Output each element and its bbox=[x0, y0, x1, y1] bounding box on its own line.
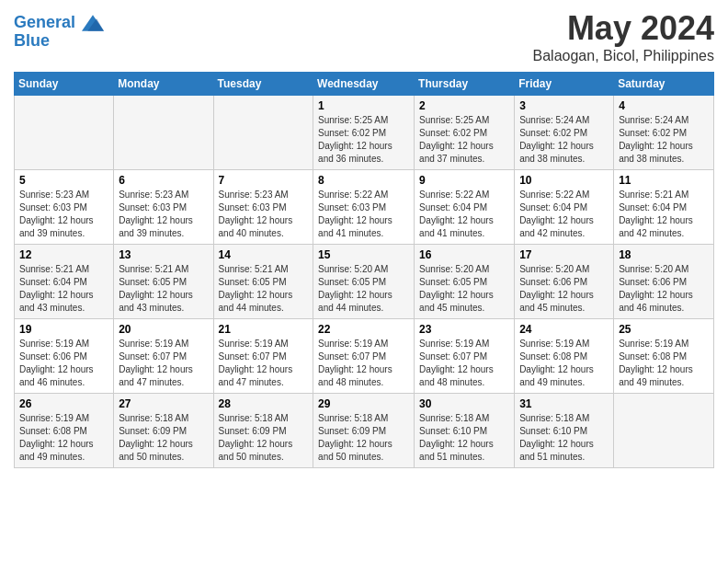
day-number: 24 bbox=[519, 323, 609, 336]
day-info: Sunrise: 5:20 AMSunset: 6:05 PMDaylight:… bbox=[419, 263, 509, 315]
day-info: Sunrise: 5:24 AMSunset: 6:02 PMDaylight:… bbox=[519, 114, 609, 166]
day-number: 20 bbox=[119, 323, 208, 336]
day-number: 25 bbox=[619, 323, 709, 336]
day-info: Sunrise: 5:23 AMSunset: 6:03 PMDaylight:… bbox=[219, 189, 309, 240]
calendar-day-cell bbox=[114, 96, 213, 170]
day-number: 7 bbox=[219, 174, 309, 187]
day-number: 13 bbox=[119, 248, 208, 261]
calendar-day-cell: 11Sunrise: 5:21 AMSunset: 6:04 PMDayligh… bbox=[614, 170, 714, 245]
day-info: Sunrise: 5:19 AMSunset: 6:08 PMDaylight:… bbox=[19, 412, 108, 464]
day-info: Sunrise: 5:25 AMSunset: 6:02 PMDaylight:… bbox=[318, 114, 409, 166]
calendar-week-row: 5Sunrise: 5:23 AMSunset: 6:03 PMDaylight… bbox=[15, 170, 714, 245]
calendar-day-cell: 15Sunrise: 5:20 AMSunset: 6:05 PMDayligh… bbox=[313, 245, 415, 319]
calendar-day-cell: 4Sunrise: 5:24 AMSunset: 6:02 PMDaylight… bbox=[614, 96, 714, 170]
calendar-day-cell: 1Sunrise: 5:25 AMSunset: 6:02 PMDaylight… bbox=[313, 96, 415, 170]
day-info: Sunrise: 5:19 AMSunset: 6:07 PMDaylight:… bbox=[318, 338, 409, 389]
day-info: Sunrise: 5:18 AMSunset: 6:10 PMDaylight:… bbox=[519, 412, 609, 464]
calendar-day-cell: 9Sunrise: 5:22 AMSunset: 6:04 PMDaylight… bbox=[415, 170, 515, 245]
calendar-day-cell: 29Sunrise: 5:18 AMSunset: 6:09 PMDayligh… bbox=[313, 394, 415, 468]
day-of-week-header: Friday bbox=[515, 73, 614, 96]
day-number: 23 bbox=[419, 323, 509, 336]
logo-text: General bbox=[14, 14, 104, 32]
calendar-week-row: 1Sunrise: 5:25 AMSunset: 6:02 PMDaylight… bbox=[15, 96, 714, 170]
calendar-day-cell: 26Sunrise: 5:19 AMSunset: 6:08 PMDayligh… bbox=[15, 394, 114, 468]
day-info: Sunrise: 5:18 AMSunset: 6:09 PMDaylight:… bbox=[119, 412, 208, 464]
day-number: 19 bbox=[19, 323, 108, 336]
day-info: Sunrise: 5:19 AMSunset: 6:08 PMDaylight:… bbox=[619, 338, 709, 389]
day-info: Sunrise: 5:22 AMSunset: 6:03 PMDaylight:… bbox=[318, 189, 409, 240]
logo: General Blue bbox=[14, 14, 104, 51]
calendar-day-cell: 12Sunrise: 5:21 AMSunset: 6:04 PMDayligh… bbox=[15, 245, 114, 319]
day-number: 16 bbox=[419, 248, 509, 261]
day-number: 30 bbox=[419, 397, 509, 410]
calendar-day-cell: 28Sunrise: 5:18 AMSunset: 6:09 PMDayligh… bbox=[213, 394, 313, 468]
calendar-day-cell: 20Sunrise: 5:19 AMSunset: 6:07 PMDayligh… bbox=[114, 319, 213, 394]
logo-text2: Blue bbox=[14, 32, 104, 51]
day-of-week-header: Wednesday bbox=[313, 73, 415, 96]
calendar-day-cell: 10Sunrise: 5:22 AMSunset: 6:04 PMDayligh… bbox=[515, 170, 614, 245]
day-number: 10 bbox=[519, 174, 609, 187]
month-title: May 2024 bbox=[533, 9, 714, 48]
calendar-day-cell: 27Sunrise: 5:18 AMSunset: 6:09 PMDayligh… bbox=[114, 394, 213, 468]
day-number: 2 bbox=[419, 99, 509, 112]
day-number: 29 bbox=[318, 397, 409, 410]
day-number: 11 bbox=[619, 174, 709, 187]
calendar-day-cell: 23Sunrise: 5:19 AMSunset: 6:07 PMDayligh… bbox=[415, 319, 515, 394]
day-info: Sunrise: 5:21 AMSunset: 6:05 PMDaylight:… bbox=[119, 263, 208, 315]
day-number: 1 bbox=[318, 99, 409, 112]
calendar-week-row: 26Sunrise: 5:19 AMSunset: 6:08 PMDayligh… bbox=[15, 394, 714, 468]
day-number: 14 bbox=[219, 248, 309, 261]
title-area: May 2024 Balaogan, Bicol, Philippines bbox=[533, 9, 714, 64]
calendar-week-row: 12Sunrise: 5:21 AMSunset: 6:04 PMDayligh… bbox=[15, 245, 714, 319]
calendar-day-cell: 31Sunrise: 5:18 AMSunset: 6:10 PMDayligh… bbox=[515, 394, 614, 468]
calendar-day-cell: 21Sunrise: 5:19 AMSunset: 6:07 PMDayligh… bbox=[213, 319, 313, 394]
day-number: 15 bbox=[318, 248, 409, 261]
calendar-week-row: 19Sunrise: 5:19 AMSunset: 6:06 PMDayligh… bbox=[15, 319, 714, 394]
day-info: Sunrise: 5:22 AMSunset: 6:04 PMDaylight:… bbox=[519, 189, 609, 240]
calendar-day-cell: 16Sunrise: 5:20 AMSunset: 6:05 PMDayligh… bbox=[415, 245, 515, 319]
day-of-week-header: Saturday bbox=[614, 73, 714, 96]
location-title: Balaogan, Bicol, Philippines bbox=[533, 48, 714, 64]
day-info: Sunrise: 5:20 AMSunset: 6:06 PMDaylight:… bbox=[619, 263, 709, 315]
day-info: Sunrise: 5:19 AMSunset: 6:06 PMDaylight:… bbox=[19, 338, 108, 389]
day-number: 28 bbox=[219, 397, 309, 410]
day-info: Sunrise: 5:19 AMSunset: 6:07 PMDaylight:… bbox=[119, 338, 208, 389]
day-number: 8 bbox=[318, 174, 409, 187]
day-number: 31 bbox=[519, 397, 609, 410]
calendar-day-cell: 6Sunrise: 5:23 AMSunset: 6:03 PMDaylight… bbox=[114, 170, 213, 245]
day-info: Sunrise: 5:21 AMSunset: 6:05 PMDaylight:… bbox=[219, 263, 309, 315]
day-number: 9 bbox=[419, 174, 509, 187]
calendar-day-cell: 19Sunrise: 5:19 AMSunset: 6:06 PMDayligh… bbox=[15, 319, 114, 394]
calendar-day-cell: 25Sunrise: 5:19 AMSunset: 6:08 PMDayligh… bbox=[614, 319, 714, 394]
day-info: Sunrise: 5:18 AMSunset: 6:09 PMDaylight:… bbox=[219, 412, 309, 464]
calendar-day-cell: 5Sunrise: 5:23 AMSunset: 6:03 PMDaylight… bbox=[15, 170, 114, 245]
day-of-week-header: Thursday bbox=[415, 73, 515, 96]
day-info: Sunrise: 5:24 AMSunset: 6:02 PMDaylight:… bbox=[619, 114, 709, 166]
day-of-week-header: Sunday bbox=[15, 73, 114, 96]
calendar-day-cell: 30Sunrise: 5:18 AMSunset: 6:10 PMDayligh… bbox=[415, 394, 515, 468]
day-number: 26 bbox=[19, 397, 108, 410]
day-of-week-header: Monday bbox=[114, 73, 213, 96]
calendar-day-cell: 24Sunrise: 5:19 AMSunset: 6:08 PMDayligh… bbox=[515, 319, 614, 394]
day-info: Sunrise: 5:20 AMSunset: 6:06 PMDaylight:… bbox=[519, 263, 609, 315]
day-number: 12 bbox=[19, 248, 108, 261]
day-number: 3 bbox=[519, 99, 609, 112]
day-number: 4 bbox=[619, 99, 709, 112]
calendar-header-row: SundayMondayTuesdayWednesdayThursdayFrid… bbox=[15, 73, 714, 96]
day-number: 21 bbox=[219, 323, 309, 336]
day-info: Sunrise: 5:20 AMSunset: 6:05 PMDaylight:… bbox=[318, 263, 409, 315]
calendar-day-cell bbox=[15, 96, 114, 170]
calendar-day-cell: 3Sunrise: 5:24 AMSunset: 6:02 PMDaylight… bbox=[515, 96, 614, 170]
day-number: 17 bbox=[519, 248, 609, 261]
day-info: Sunrise: 5:21 AMSunset: 6:04 PMDaylight:… bbox=[19, 263, 108, 315]
day-info: Sunrise: 5:19 AMSunset: 6:08 PMDaylight:… bbox=[519, 338, 609, 389]
day-info: Sunrise: 5:21 AMSunset: 6:04 PMDaylight:… bbox=[619, 189, 709, 240]
day-info: Sunrise: 5:18 AMSunset: 6:09 PMDaylight:… bbox=[318, 412, 409, 464]
day-number: 18 bbox=[619, 248, 709, 261]
day-info: Sunrise: 5:22 AMSunset: 6:04 PMDaylight:… bbox=[419, 189, 509, 240]
day-number: 5 bbox=[19, 174, 108, 187]
day-info: Sunrise: 5:25 AMSunset: 6:02 PMDaylight:… bbox=[419, 114, 509, 166]
calendar-day-cell bbox=[614, 394, 714, 468]
calendar-table: SundayMondayTuesdayWednesdayThursdayFrid… bbox=[14, 72, 714, 468]
calendar-day-cell: 13Sunrise: 5:21 AMSunset: 6:05 PMDayligh… bbox=[114, 245, 213, 319]
